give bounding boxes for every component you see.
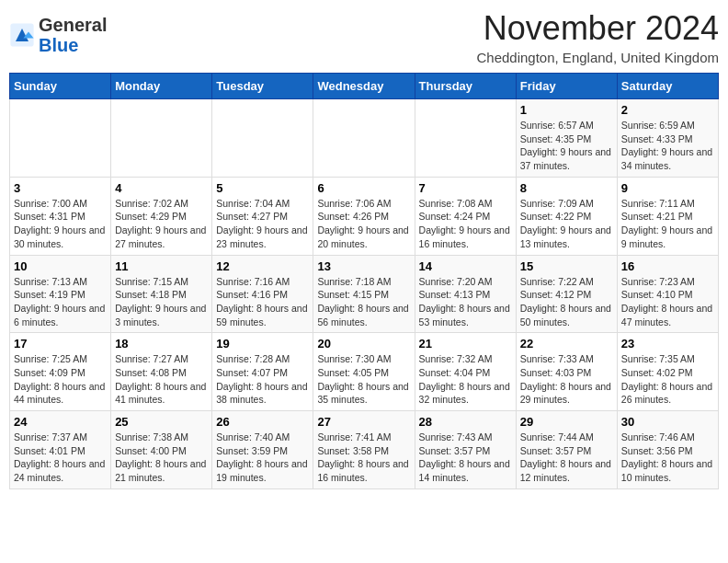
calendar-cell: 23Sunrise: 7:35 AMSunset: 4:02 PMDayligh… [617, 333, 718, 411]
calendar-cell: 2Sunrise: 6:59 AMSunset: 4:33 PMDaylight… [617, 99, 718, 178]
calendar-body: 1Sunrise: 6:57 AMSunset: 4:35 PMDaylight… [10, 99, 719, 489]
title-area: November 2024 Cheddington, England, Unit… [476, 9, 719, 65]
day-info: Sunrise: 7:18 AMSunset: 4:15 PMDaylight:… [317, 275, 410, 329]
day-number: 19 [216, 337, 309, 350]
calendar-cell [111, 99, 212, 178]
calendar-cell: 21Sunrise: 7:32 AMSunset: 4:04 PMDayligh… [415, 333, 516, 411]
calendar-cell: 3Sunrise: 7:00 AMSunset: 4:31 PMDaylight… [10, 177, 111, 255]
day-number: 4 [115, 181, 208, 195]
day-number: 20 [317, 337, 410, 350]
calendar-cell: 5Sunrise: 7:04 AMSunset: 4:27 PMDaylight… [212, 177, 313, 255]
day-info: Sunrise: 7:04 AMSunset: 4:27 PMDaylight:… [216, 197, 309, 251]
weekday-header-tuesday: Tuesday [212, 74, 313, 99]
day-number: 10 [14, 259, 107, 273]
day-number: 1 [520, 103, 613, 117]
calendar-cell: 4Sunrise: 7:02 AMSunset: 4:29 PMDaylight… [111, 177, 212, 255]
day-info: Sunrise: 6:59 AMSunset: 4:33 PMDaylight:… [621, 119, 714, 173]
month-title: November 2024 [476, 9, 719, 48]
calendar-cell: 9Sunrise: 7:11 AMSunset: 4:21 PMDaylight… [617, 177, 718, 255]
calendar-cell: 18Sunrise: 7:27 AMSunset: 4:08 PMDayligh… [111, 333, 212, 411]
calendar-cell [313, 99, 415, 178]
day-info: Sunrise: 7:23 AMSunset: 4:10 PMDaylight:… [621, 275, 714, 329]
day-number: 11 [115, 259, 208, 273]
weekday-header-sunday: Sunday [10, 74, 111, 99]
day-info: Sunrise: 7:02 AMSunset: 4:29 PMDaylight:… [115, 197, 208, 251]
day-number: 16 [621, 259, 714, 273]
calendar-cell: 7Sunrise: 7:08 AMSunset: 4:24 PMDaylight… [415, 177, 516, 255]
day-number: 5 [216, 181, 309, 195]
day-number: 28 [419, 415, 512, 429]
calendar-cell: 8Sunrise: 7:09 AMSunset: 4:22 PMDaylight… [516, 177, 617, 255]
header: General Blue November 2024 Cheddington, … [9, 9, 719, 65]
day-info: Sunrise: 7:27 AMSunset: 4:08 PMDaylight:… [115, 352, 208, 407]
day-info: Sunrise: 7:20 AMSunset: 4:13 PMDaylight:… [419, 275, 512, 329]
calendar-cell: 10Sunrise: 7:13 AMSunset: 4:19 PMDayligh… [10, 255, 111, 333]
day-info: Sunrise: 7:46 AMSunset: 3:56 PMDaylight:… [621, 431, 714, 485]
calendar-cell: 12Sunrise: 7:16 AMSunset: 4:16 PMDayligh… [212, 255, 313, 333]
calendar-cell: 16Sunrise: 7:23 AMSunset: 4:10 PMDayligh… [617, 255, 718, 333]
calendar-cell: 20Sunrise: 7:30 AMSunset: 4:05 PMDayligh… [313, 333, 415, 411]
day-info: Sunrise: 7:37 AMSunset: 4:01 PMDaylight:… [14, 431, 107, 485]
day-number: 27 [317, 415, 410, 429]
calendar-cell: 28Sunrise: 7:43 AMSunset: 3:57 PMDayligh… [415, 411, 516, 489]
week-row-4: 17Sunrise: 7:25 AMSunset: 4:09 PMDayligh… [10, 333, 719, 411]
day-info: Sunrise: 7:35 AMSunset: 4:02 PMDaylight:… [621, 352, 714, 407]
calendar-cell: 14Sunrise: 7:20 AMSunset: 4:13 PMDayligh… [415, 255, 516, 333]
day-info: Sunrise: 7:16 AMSunset: 4:16 PMDaylight:… [216, 275, 309, 329]
day-info: Sunrise: 7:25 AMSunset: 4:09 PMDaylight:… [14, 352, 107, 407]
day-number: 25 [115, 415, 208, 429]
calendar-cell [415, 99, 516, 178]
day-number: 13 [317, 259, 410, 273]
day-info: Sunrise: 7:32 AMSunset: 4:04 PMDaylight:… [419, 352, 512, 407]
week-row-1: 1Sunrise: 6:57 AMSunset: 4:35 PMDaylight… [10, 99, 719, 178]
calendar-header: SundayMondayTuesdayWednesdayThursdayFrid… [10, 74, 719, 99]
day-info: Sunrise: 7:38 AMSunset: 4:00 PMDaylight:… [115, 431, 208, 485]
calendar-cell: 6Sunrise: 7:06 AMSunset: 4:26 PMDaylight… [313, 177, 415, 255]
calendar-cell: 30Sunrise: 7:46 AMSunset: 3:56 PMDayligh… [617, 411, 718, 489]
calendar-cell: 22Sunrise: 7:33 AMSunset: 4:03 PMDayligh… [516, 333, 617, 411]
calendar-cell: 26Sunrise: 7:40 AMSunset: 3:59 PMDayligh… [212, 411, 313, 489]
calendar-cell: 25Sunrise: 7:38 AMSunset: 4:00 PMDayligh… [111, 411, 212, 489]
day-number: 9 [621, 181, 714, 195]
weekday-header-saturday: Saturday [617, 74, 718, 99]
calendar-cell [10, 99, 111, 178]
week-row-2: 3Sunrise: 7:00 AMSunset: 4:31 PMDaylight… [10, 177, 719, 255]
calendar-cell: 24Sunrise: 7:37 AMSunset: 4:01 PMDayligh… [10, 411, 111, 489]
calendar-cell: 19Sunrise: 7:28 AMSunset: 4:07 PMDayligh… [212, 333, 313, 411]
day-number: 26 [216, 415, 309, 429]
calendar-cell: 17Sunrise: 7:25 AMSunset: 4:09 PMDayligh… [10, 333, 111, 411]
day-number: 22 [520, 337, 613, 350]
calendar-cell: 1Sunrise: 6:57 AMSunset: 4:35 PMDaylight… [516, 99, 617, 178]
weekday-row: SundayMondayTuesdayWednesdayThursdayFrid… [10, 74, 719, 99]
weekday-header-monday: Monday [111, 74, 212, 99]
day-info: Sunrise: 7:30 AMSunset: 4:05 PMDaylight:… [317, 352, 410, 407]
weekday-header-friday: Friday [516, 74, 617, 99]
day-info: Sunrise: 7:15 AMSunset: 4:18 PMDaylight:… [115, 275, 208, 329]
day-number: 29 [520, 415, 613, 429]
week-row-3: 10Sunrise: 7:13 AMSunset: 4:19 PMDayligh… [10, 255, 719, 333]
calendar: SundayMondayTuesdayWednesdayThursdayFrid… [9, 73, 719, 489]
day-info: Sunrise: 7:11 AMSunset: 4:21 PMDaylight:… [621, 197, 714, 251]
calendar-cell: 11Sunrise: 7:15 AMSunset: 4:18 PMDayligh… [111, 255, 212, 333]
day-number: 14 [419, 259, 512, 273]
day-info: Sunrise: 7:09 AMSunset: 4:22 PMDaylight:… [520, 197, 613, 251]
day-info: Sunrise: 7:44 AMSunset: 3:57 PMDaylight:… [520, 431, 613, 485]
day-info: Sunrise: 7:28 AMSunset: 4:07 PMDaylight:… [216, 352, 309, 407]
weekday-header-wednesday: Wednesday [313, 74, 415, 99]
day-info: Sunrise: 6:57 AMSunset: 4:35 PMDaylight:… [520, 119, 613, 173]
day-number: 6 [317, 181, 410, 195]
day-number: 30 [621, 415, 714, 429]
calendar-cell [212, 99, 313, 178]
day-number: 21 [419, 337, 512, 350]
day-info: Sunrise: 7:00 AMSunset: 4:31 PMDaylight:… [14, 197, 107, 251]
day-number: 12 [216, 259, 309, 273]
day-number: 15 [520, 259, 613, 273]
day-number: 2 [621, 103, 714, 117]
day-number: 18 [115, 337, 208, 350]
location: Cheddington, England, United Kingdom [476, 50, 719, 65]
day-info: Sunrise: 7:22 AMSunset: 4:12 PMDaylight:… [520, 275, 613, 329]
day-info: Sunrise: 7:06 AMSunset: 4:26 PMDaylight:… [317, 197, 410, 251]
day-info: Sunrise: 7:43 AMSunset: 3:57 PMDaylight:… [419, 431, 512, 485]
calendar-cell: 29Sunrise: 7:44 AMSunset: 3:57 PMDayligh… [516, 411, 617, 489]
logo-icon [9, 22, 35, 48]
